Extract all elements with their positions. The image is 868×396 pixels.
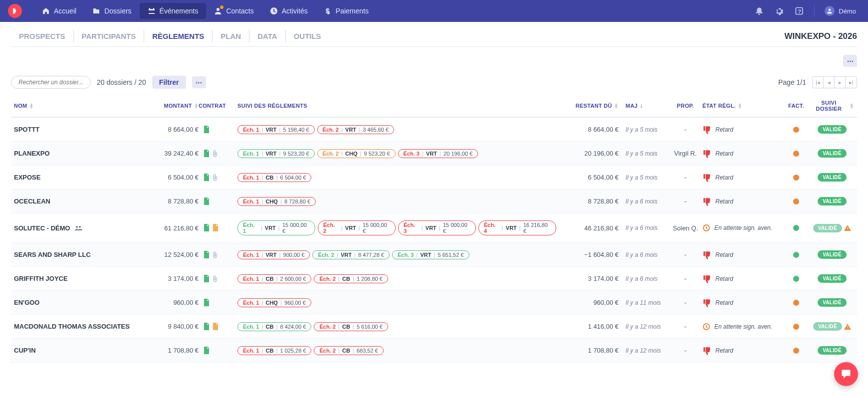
col-maj[interactable]: MAJ↓ — [619, 102, 668, 109]
row-prop: - — [668, 251, 702, 258]
row-montant: 1 708,80 € — [149, 347, 199, 354]
row-prop: - — [668, 347, 702, 354]
fact-status-dot — [793, 324, 799, 330]
subtab-prospects[interactable]: PROSPECTS — [11, 30, 74, 42]
col-montant[interactable]: MONTANT▲▼ — [149, 103, 199, 109]
table-row[interactable]: GRIFFITH JOYCE 3 174,00 € Éch. 1|CB|2 60… — [11, 267, 857, 291]
thumb-down-icon — [702, 274, 711, 283]
table-row[interactable]: CUP'IN 1 708,80 € Éch. 1|CB|1 025,28 €Éc… — [11, 339, 857, 363]
echeance-pill[interactable]: Éch. 2|VRT|3 465,60 € — [317, 125, 395, 134]
table-row[interactable]: SEARS AND SHARP LLC 12 524,00 € Éch. 1|V… — [11, 243, 857, 267]
pager: |◂ ◂ ▸ ▸| — [812, 76, 857, 88]
echeance-pill[interactable]: Éch. 2|CB|5 616,00 € — [314, 322, 388, 331]
status-badge: VALIDÉ — [818, 298, 847, 307]
echeance-pill[interactable]: Éch. 4|VRT|16 216,80 € — [478, 220, 556, 235]
app-logo[interactable] — [8, 4, 22, 18]
row-name: EN'GOO — [14, 299, 40, 306]
col-stat[interactable]: SUIVI DOSSIER▲▼ — [810, 100, 854, 112]
row-name: MACDONALD THOMAS ASSOCIATES — [14, 323, 130, 330]
echeance-pill[interactable]: Éch. 2|CHQ|9 523,20 € — [317, 149, 396, 158]
fact-status-dot — [793, 252, 799, 258]
help-icon[interactable] — [790, 2, 808, 20]
col-contrat[interactable]: CONTRAT — [199, 103, 237, 109]
col-etat[interactable]: ÉTAT RÈGL.▲▼ — [702, 103, 782, 109]
row-montant: 12 524,00 € — [149, 251, 199, 258]
table-row[interactable]: SPOTTT 8 664,00 € Éch. 1|VRT|5 198,40 €É… — [11, 118, 857, 142]
table-row[interactable]: EN'GOO 960,00 € Éch. 1|CHQ|960,00 € 960,… — [11, 291, 857, 315]
nav-événements[interactable]: Événements — [140, 3, 207, 19]
echeance-pill[interactable]: Éch. 1|CB|2 600,00 € — [237, 274, 311, 283]
echeance-pill[interactable]: Éch. 2|CB|683,52 € — [314, 346, 383, 355]
col-suivi[interactable]: SUIVI DES RÈGLEMENTS — [237, 103, 559, 109]
row-restant: 20 196,00 € — [559, 150, 619, 157]
echeance-pill[interactable]: Éch. 1|VRT|900,00 € — [237, 250, 310, 259]
table-row[interactable]: MACDONALD THOMAS ASSOCIATES 9 840,00 € É… — [11, 315, 857, 339]
settings-icon[interactable] — [770, 2, 788, 20]
row-restant: 8 664,00 € — [559, 126, 619, 133]
echeance-pill[interactable]: Éch. 1|VRT|5 198,40 € — [237, 125, 315, 134]
subtab-plan[interactable]: PLAN — [213, 30, 249, 42]
pager-next[interactable]: ▸ — [835, 77, 846, 88]
echeance-pill[interactable]: Éch. 1|CB|1 025,28 € — [237, 346, 311, 355]
echeance-pill[interactable]: Éch. 3|VRT|15 000,00 € — [398, 220, 476, 235]
echeance-pill[interactable]: Éch. 1|CB|8 424,00 € — [237, 322, 311, 331]
row-montant: 8 728,80 € — [149, 198, 199, 205]
thumb-down-icon — [702, 250, 711, 259]
doc-green-icon — [203, 224, 210, 232]
table-row[interactable]: SOLUTEC - DÉMO 61 216,80 € Éch. 1|VRT|15… — [11, 213, 857, 243]
echeance-pill[interactable]: Éch. 2|CB|1 208,80 € — [314, 274, 388, 283]
table-row[interactable]: OCECLEAN 8 728,80 € Éch. 1|CHQ|8 728,80 … — [11, 190, 857, 213]
echeance-pill[interactable]: Éch. 3|VRT|5 651,52 € — [392, 250, 469, 259]
echeance-pill[interactable]: Éch. 1|CHQ|8 728,80 € — [237, 197, 316, 206]
row-name: OCECLEAN — [14, 198, 50, 205]
col-prop[interactable]: PROP. — [668, 103, 702, 109]
nav-activités[interactable]: Activités — [262, 3, 316, 19]
thumb-down-icon — [702, 125, 711, 134]
row-prop: Solen Q. — [668, 224, 702, 232]
echeance-pill[interactable]: Éch. 1|VRT|15 000,00 € — [237, 220, 315, 235]
col-restant[interactable]: RESTANT DÛ▲▼ — [559, 103, 619, 109]
user-menu[interactable]: Démo — [821, 6, 860, 16]
row-restant: −1 604,80 € — [559, 251, 619, 258]
pager-first[interactable]: |◂ — [813, 77, 824, 88]
filter-button[interactable]: Filtrer — [152, 76, 186, 89]
doc-green-icon — [203, 347, 210, 355]
nav-contacts[interactable]: Contacts — [206, 3, 261, 19]
paperclip-icon — [212, 150, 217, 157]
col-nom[interactable]: NOM▲▼ — [14, 103, 149, 109]
status-badge: VALIDÉ — [818, 346, 847, 355]
search-input[interactable] — [11, 76, 91, 89]
nav-paiements[interactable]: Paiements — [316, 3, 377, 19]
subtab-outils[interactable]: OUTILS — [286, 30, 329, 42]
nav-accueil[interactable]: Accueil — [34, 3, 84, 19]
status-badge: VALIDÉ — [818, 274, 847, 283]
table-row[interactable]: EXPOSE 6 504,00 € Éch. 1|CB|6 504,00 € 6… — [11, 166, 857, 190]
more-actions-button[interactable]: ⋯ — [843, 55, 857, 67]
doc-orange-icon — [212, 224, 218, 232]
fact-status-dot — [793, 300, 799, 306]
subtab-règlements[interactable]: RÈGLEMENTS — [144, 30, 213, 42]
pager-prev[interactable]: ◂ — [824, 77, 835, 88]
echeance-pill[interactable]: Éch. 1|CB|6 504,00 € — [237, 173, 311, 182]
row-restant: 1 416,00 € — [559, 323, 619, 330]
table-header: NOM▲▼ MONTANT▲▼ CONTRAT SUIVI DES RÈGLEM… — [11, 95, 857, 118]
paperclip-icon — [212, 275, 217, 282]
row-maj: Il y a 6 mois — [619, 198, 668, 205]
subtab-data[interactable]: DATA — [249, 30, 285, 42]
col-fact[interactable]: FACT. — [782, 103, 810, 109]
status-badge: VALIDÉ — [818, 173, 847, 182]
filter-more-button[interactable]: ⋯ — [192, 76, 206, 88]
row-maj: Il y a 11 mois — [619, 299, 668, 306]
echeance-pill[interactable]: Éch. 1|CHQ|960,00 € — [237, 298, 311, 307]
row-etat-text: Retard — [715, 174, 733, 181]
row-name: EXPOSE — [14, 174, 40, 181]
pager-last[interactable]: ▸| — [846, 77, 857, 88]
notifications-icon[interactable] — [750, 2, 768, 20]
echeance-pill[interactable]: Éch. 3|VRT|20 196,00 € — [398, 149, 478, 158]
echeance-pill[interactable]: Éch. 2|VRT|8 477,28 € — [312, 250, 390, 259]
echeance-pill[interactable]: Éch. 1|VRT|9 523,20 € — [237, 149, 315, 158]
nav-dossiers[interactable]: Dossiers — [84, 3, 139, 19]
echeance-pill[interactable]: Éch. 2|VRT|15 000,00 € — [318, 220, 396, 235]
subtab-participants[interactable]: PARTICIPANTS — [74, 30, 145, 42]
table-row[interactable]: PLANEXPO 39 242,40 € Éch. 1|VRT|9 523,20… — [11, 142, 857, 166]
